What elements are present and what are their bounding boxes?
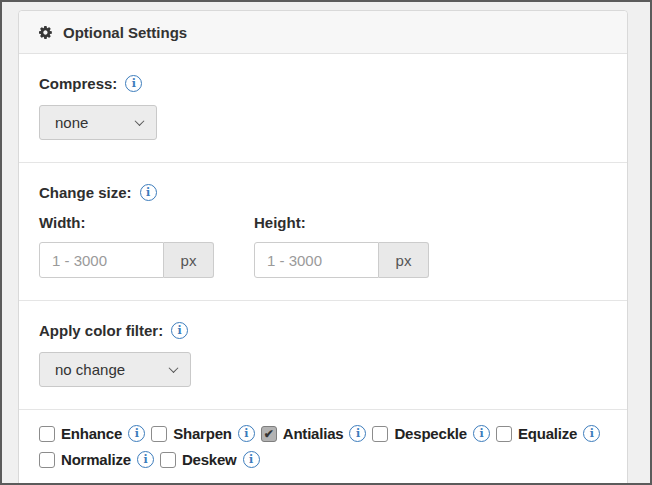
color-filter-select[interactable]: no change <box>39 352 191 387</box>
checkbox-item-enhance[interactable]: Enhance <box>39 425 145 442</box>
info-icon[interactable] <box>137 451 154 468</box>
color-filter-label: Apply color filter: <box>39 322 163 339</box>
chevron-down-icon <box>169 363 179 373</box>
panel-header: Optional Settings <box>19 11 627 54</box>
height-unit-addon: px <box>379 242 429 278</box>
checkbox-item-equalize[interactable]: Equalize <box>496 425 600 442</box>
info-icon[interactable] <box>128 425 145 442</box>
chevron-down-icon <box>135 116 145 126</box>
info-icon[interactable] <box>583 425 600 442</box>
options-row: NormalizeDeskew <box>39 451 611 468</box>
width-field-group: Width: px <box>39 214 214 278</box>
width-label: Width: <box>39 214 214 231</box>
checkbox[interactable] <box>151 426 167 442</box>
compress-select[interactable]: none <box>39 105 157 140</box>
checkbox-item-despeckle[interactable]: Despeckle <box>372 425 489 442</box>
info-icon[interactable] <box>238 425 255 442</box>
info-icon[interactable] <box>243 451 260 468</box>
optional-settings-panel: Optional Settings Compress: none Change … <box>18 10 628 485</box>
checkbox-label: Enhance <box>61 425 122 442</box>
checkbox[interactable] <box>372 426 388 442</box>
info-icon[interactable] <box>140 184 157 201</box>
change-size-section: Change size: Width: px Height: px <box>19 162 627 300</box>
checkbox-label: Antialias <box>283 425 344 442</box>
width-unit-addon: px <box>164 242 214 278</box>
info-icon[interactable] <box>349 425 366 442</box>
change-size-label: Change size: <box>39 184 132 201</box>
checkbox[interactable] <box>496 426 512 442</box>
checkbox-label: Sharpen <box>173 425 232 442</box>
color-filter-select-value: no change <box>55 361 125 378</box>
compress-select-value: none <box>55 114 88 131</box>
info-icon[interactable] <box>473 425 490 442</box>
compress-label: Compress: <box>39 75 117 92</box>
checkbox[interactable] <box>160 452 176 468</box>
checkbox-label: Equalize <box>518 425 577 442</box>
checkbox-label: Normalize <box>61 451 131 468</box>
checkbox-item-antialias[interactable]: Antialias <box>261 425 367 442</box>
checkbox-item-normalize[interactable]: Normalize <box>39 451 154 468</box>
checkbox[interactable] <box>39 452 55 468</box>
height-input[interactable] <box>254 242 379 278</box>
checkbox-label: Deskew <box>182 451 237 468</box>
checkbox-label: Despeckle <box>394 425 466 442</box>
width-input[interactable] <box>39 242 164 278</box>
checkbox[interactable] <box>39 426 55 442</box>
options-row: EnhanceSharpenAntialiasDespeckleEqualize <box>39 425 611 442</box>
color-filter-section: Apply color filter: no change <box>19 300 627 409</box>
image-options-section: EnhanceSharpenAntialiasDespeckleEqualize… <box>19 409 627 485</box>
checkbox-item-sharpen[interactable]: Sharpen <box>151 425 255 442</box>
info-icon[interactable] <box>171 322 188 339</box>
panel-title: Optional Settings <box>63 24 187 41</box>
height-label: Height: <box>254 214 429 231</box>
gear-icon <box>39 25 54 40</box>
checkbox-checked[interactable] <box>261 426 277 442</box>
options-list: EnhanceSharpenAntialiasDespeckleEqualize… <box>39 425 611 468</box>
height-field-group: Height: px <box>254 214 429 278</box>
compress-section: Compress: none <box>19 54 627 162</box>
info-icon[interactable] <box>125 75 142 92</box>
checkbox-item-deskew[interactable]: Deskew <box>160 451 260 468</box>
